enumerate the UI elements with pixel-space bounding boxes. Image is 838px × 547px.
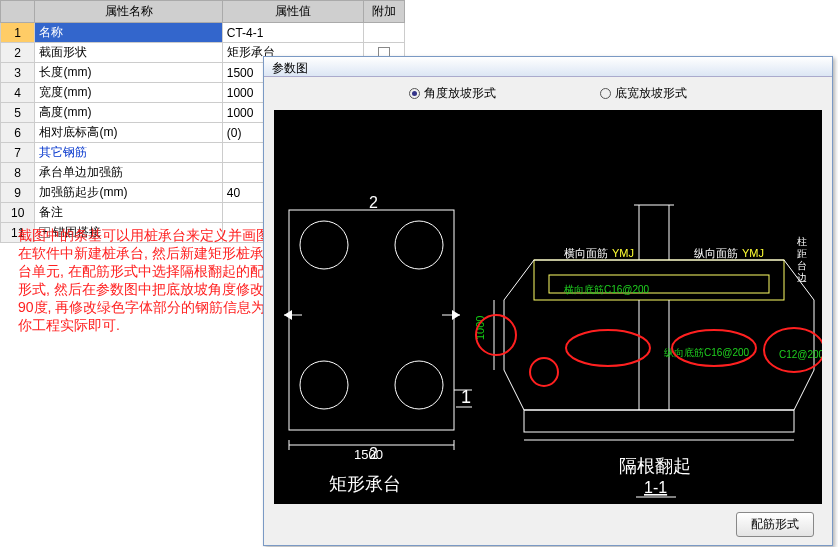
prop-value-cell[interactable]: CT-4-1	[222, 23, 364, 43]
dialog-title: 参数图	[264, 57, 832, 77]
param-dialog: 参数图 角度放坡形式 底宽放坡形式 2 2 1	[263, 56, 833, 546]
svg-text:YMJ: YMJ	[612, 247, 634, 259]
row-number: 6	[1, 123, 35, 143]
header-name: 属性名称	[35, 1, 222, 23]
radio-angle-slope[interactable]: 角度放坡形式	[409, 86, 496, 100]
cad-dim-1500: 1500	[354, 447, 383, 462]
rebar-form-button[interactable]: 配筋形式	[736, 512, 814, 537]
row-number: 9	[1, 183, 35, 203]
cad-shape-label: 矩形承台	[329, 474, 401, 494]
svg-rect-0	[289, 210, 454, 430]
svg-marker-8	[452, 310, 460, 320]
row-number: 7	[1, 143, 35, 163]
row-number: 2	[1, 43, 35, 63]
row-number: 10	[1, 203, 35, 223]
svg-text:边: 边	[797, 272, 807, 283]
cad-section-label: 隔根翻起	[619, 456, 691, 476]
prop-name-cell: 宽度(mm)	[35, 83, 222, 103]
svg-text:距: 距	[797, 248, 807, 259]
prop-name-cell: 截面形状	[35, 43, 222, 63]
row-number: 8	[1, 163, 35, 183]
row-number: 5	[1, 103, 35, 123]
prop-name-cell: 加强筋起步(mm)	[35, 183, 222, 203]
header-value: 属性值	[222, 1, 364, 23]
cad-zx-label: 纵向面筋	[694, 247, 738, 259]
svg-point-31	[566, 330, 650, 366]
prop-name-cell: 高度(mm)	[35, 103, 222, 123]
prop-name-cell: 名称	[35, 23, 222, 43]
row-number: 4	[1, 83, 35, 103]
prop-name-cell: 相对底标高(m)	[35, 123, 222, 143]
prop-name-cell: 其它钢筋	[35, 143, 222, 163]
radio-bottom-width-slope[interactable]: 底宽放坡形式	[600, 86, 687, 100]
svg-point-1	[300, 221, 348, 269]
cad-rebar1: 横向底筋C16@200	[564, 284, 650, 295]
radio-dot-icon	[409, 88, 420, 99]
header-rownum	[1, 1, 35, 23]
cad-canvas: 2 2 1 1500 矩形承台	[274, 110, 822, 504]
aux-cell[interactable]	[364, 23, 405, 43]
radio-dot-icon	[600, 88, 611, 99]
svg-point-4	[395, 361, 443, 409]
svg-rect-18	[524, 410, 794, 432]
svg-marker-6	[284, 310, 292, 320]
cad-rebar3: C12@200	[779, 349, 822, 360]
svg-point-2	[395, 221, 443, 269]
prop-name-cell: 长度(mm)	[35, 63, 222, 83]
svg-text:YMJ: YMJ	[742, 247, 764, 259]
svg-point-34	[530, 358, 558, 386]
cad-label-2a: 2	[369, 194, 378, 211]
slope-type-radio-group: 角度放坡形式 底宽放坡形式	[264, 77, 832, 110]
prop-name-cell: 备注	[35, 203, 222, 223]
cad-section-sub: 1-1	[644, 479, 667, 496]
cad-svg: 2 2 1 1500 矩形承台	[274, 110, 822, 504]
row-number: 3	[1, 63, 35, 83]
prop-name-cell: 承台单边加强筋	[35, 163, 222, 183]
svg-point-3	[300, 361, 348, 409]
cad-label-1: 1	[461, 387, 471, 407]
row-number: 1	[1, 23, 35, 43]
svg-text:柱: 柱	[797, 236, 807, 247]
cad-hx-label: 横向面筋	[564, 247, 608, 259]
svg-text:台: 台	[797, 260, 807, 271]
table-row[interactable]: 1名称CT-4-1	[1, 23, 405, 43]
header-aux: 附加	[364, 1, 405, 23]
